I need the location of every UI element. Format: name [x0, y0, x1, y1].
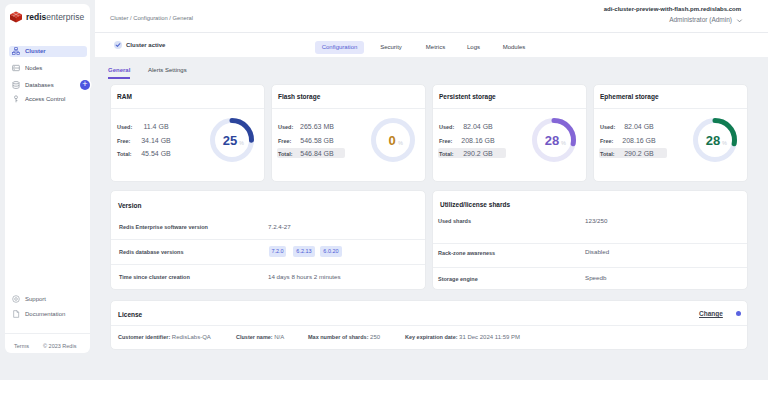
- svg-text:%: %: [722, 140, 727, 146]
- svg-text:25: 25: [223, 133, 237, 148]
- svg-text:0: 0: [388, 133, 395, 148]
- svg-text:28: 28: [545, 133, 559, 148]
- svg-text:28: 28: [706, 133, 720, 148]
- svg-text:%: %: [398, 140, 403, 146]
- svg-text:%: %: [239, 140, 244, 146]
- svg-text:%: %: [561, 140, 566, 146]
